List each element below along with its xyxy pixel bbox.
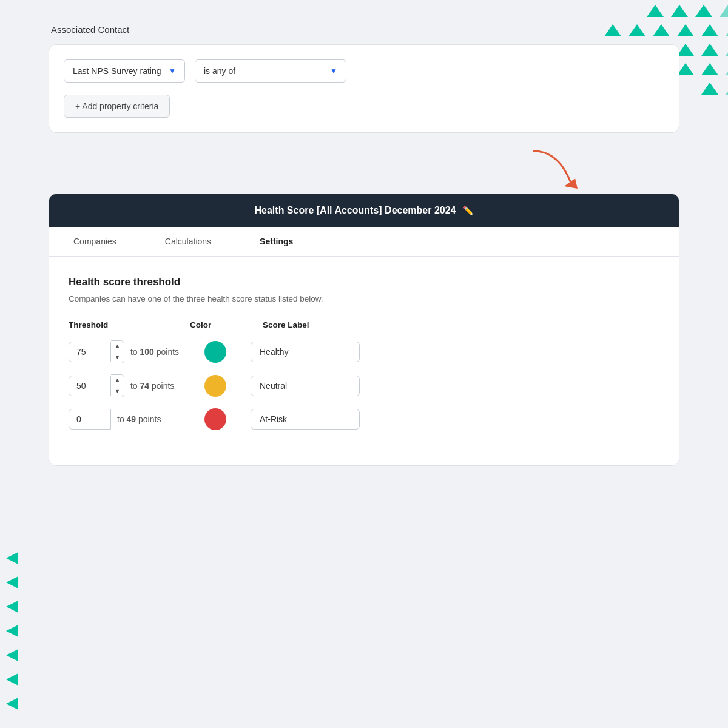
health-score-header: Health Score [All Accounts] December 202… [49,194,679,227]
svg-marker-20 [701,83,718,95]
header-score-label: Score Label [263,320,309,329]
threshold-input-group-3: to 49 points [69,409,190,430]
stepper-down-1[interactable]: ▼ [111,352,124,363]
to-text-2: to 74 points [130,381,174,391]
color-dot-green [204,341,226,363]
svg-marker-27 [6,673,18,686]
svg-marker-18 [701,63,718,75]
table-row: to 49 points [69,408,659,430]
svg-marker-22 [6,552,18,564]
score-label-input-2[interactable] [251,376,360,396]
svg-marker-16 [726,44,728,56]
tab-settings[interactable]: Settings [235,227,317,256]
score-label-input-1[interactable] [251,342,360,362]
threshold-input-3[interactable] [69,409,111,430]
pencil-icon[interactable]: ✏️ [463,206,473,215]
svg-marker-7 [677,24,694,36]
stepper-down-2[interactable]: ▼ [111,386,124,397]
svg-marker-29 [564,178,578,189]
svg-marker-21 [726,83,728,95]
health-score-body: Health score threshold Companies can hav… [49,257,679,465]
threshold-input-group-1: ▲ ▼ to 100 points [69,340,190,363]
svg-marker-2 [695,5,712,17]
header-threshold: Threshold [69,320,190,329]
svg-marker-17 [677,63,694,75]
svg-marker-23 [6,576,18,588]
property-dropdown-label: Last NPS Survey rating [73,66,161,76]
condition-dropdown[interactable]: is any of ▼ [195,59,346,83]
score-label-input-3[interactable] [251,409,360,430]
arrow-svg [522,145,595,194]
threshold-input-1[interactable] [69,342,111,362]
health-score-tabs: Companies Calculations Settings [49,227,679,257]
svg-marker-5 [629,24,645,36]
tab-companies[interactable]: Companies [49,227,141,256]
svg-marker-28 [6,698,18,710]
stepper-up-2[interactable]: ▲ [111,375,124,386]
teal-triangles-left-svg [0,546,49,728]
threshold-input-group-2: ▲ ▼ to 74 points [69,374,190,397]
to-text-3: to 49 points [117,414,161,424]
svg-marker-14 [677,44,694,56]
svg-marker-25 [6,625,18,637]
svg-marker-9 [726,24,728,36]
svg-marker-26 [6,649,18,661]
stepper-up-1[interactable]: ▲ [111,341,124,352]
filter-card: Last NPS Survey rating ▼ is any of ▼ + A… [49,44,679,133]
svg-marker-8 [701,24,718,36]
chevron-down-icon: ▼ [330,67,337,75]
section-desc: Companies can have one of the three heal… [69,294,659,303]
svg-marker-6 [653,24,670,36]
condition-dropdown-label: is any of [204,66,235,76]
health-score-card: Health Score [All Accounts] December 202… [49,194,679,466]
property-dropdown[interactable]: Last NPS Survey rating ▼ [64,59,185,83]
arrow-container [49,145,679,194]
svg-marker-1 [671,5,688,17]
color-dot-yellow [204,375,226,397]
svg-marker-4 [604,24,621,36]
stepper-2: ▲ ▼ [111,374,124,397]
svg-marker-15 [701,44,718,56]
svg-marker-3 [720,5,728,17]
section-title: Health score threshold [69,276,659,288]
header-color: Color [190,320,263,329]
stepper-1: ▲ ▼ [111,340,124,363]
add-criteria-button[interactable]: + Add property criteria [64,95,170,118]
svg-marker-24 [6,601,18,613]
table-row: ▲ ▼ to 100 points [69,340,659,363]
health-score-title: Health Score [All Accounts] December 202… [255,205,456,216]
color-dot-red [204,408,226,430]
table-row: ▲ ▼ to 74 points [69,374,659,397]
page-wrapper: Associated Contact Last NPS Survey ratin… [0,0,728,728]
add-criteria-label: + Add property criteria [75,101,158,111]
to-text-1: to 100 points [130,347,179,357]
filter-row: Last NPS Survey rating ▼ is any of ▼ [64,59,664,83]
svg-marker-19 [726,63,728,75]
chevron-down-icon: ▼ [169,67,176,75]
threshold-input-2[interactable] [69,376,111,396]
svg-marker-0 [647,5,664,17]
decorative-triangles-bottom-left [0,546,49,728]
tab-calculations[interactable]: Calculations [141,227,235,256]
table-header: Threshold Color Score Label [69,320,659,329]
